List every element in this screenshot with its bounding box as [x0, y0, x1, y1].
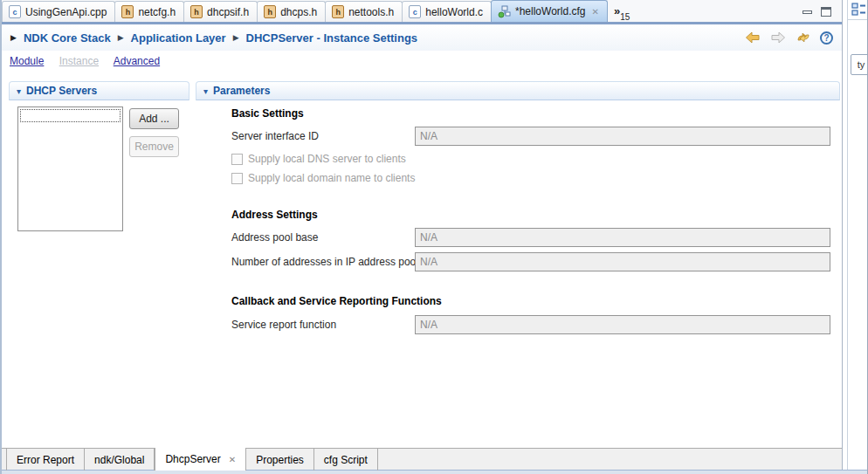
- right-panel-toolbar: [848, 0, 867, 20]
- bottom-tab-label: DhcpServer: [165, 453, 220, 465]
- close-icon[interactable]: ✕: [592, 7, 599, 17]
- maximize-icon[interactable]: [821, 7, 831, 17]
- editor-window-buttons: [803, 7, 842, 22]
- parameters-title: Parameters: [213, 85, 270, 97]
- nav-link-module[interactable]: Module: [10, 55, 44, 67]
- supply-dns-checkbox-row: Supply local DNS server to clients: [231, 152, 406, 166]
- editor-tab-label: nettools.h: [348, 6, 394, 18]
- editor-tab-dhcpsif[interactable]: h dhcpsif.h: [183, 1, 258, 22]
- c-file-icon: c: [409, 5, 421, 18]
- breadcrumb-arrow-icon: ▶: [10, 33, 17, 42]
- back-arrow-icon[interactable]: [744, 30, 761, 45]
- bottom-tab-label: ndk/Global: [94, 454, 144, 466]
- form-body: ▾ DHCP Servers Add ... Remove ▾ Paramete…: [2, 73, 842, 448]
- add-button[interactable]: Add ...: [129, 108, 179, 129]
- address-pool-base-input: [415, 228, 830, 247]
- bottom-tab-cfg-script[interactable]: cfg Script: [314, 449, 378, 471]
- bottom-tab-label: cfg Script: [324, 454, 368, 466]
- address-settings-heading: Address Settings: [231, 209, 318, 221]
- dhcp-servers-section-header[interactable]: ▾ DHCP Servers: [9, 81, 189, 100]
- dhcp-servers-section: ▾ DHCP Servers Add ... Remove: [9, 81, 189, 343]
- listbox-focus-row[interactable]: [20, 109, 121, 122]
- parameters-section-header[interactable]: ▾ Parameters: [196, 81, 840, 100]
- tab-overflow-count: 15: [620, 12, 630, 22]
- editor-tab-label: *helloWorld.cfg: [515, 5, 585, 17]
- address-pool-count-label: Number of addresses in IP address pool: [231, 256, 418, 268]
- breadcrumb-arrow-icon: ▶: [233, 33, 239, 42]
- outline-view-icon[interactable]: [851, 3, 866, 17]
- address-pool-count-input: [415, 252, 830, 271]
- supply-domain-label: Supply local domain name to clients: [248, 172, 415, 184]
- nav-link-instance: Instance: [59, 55, 99, 67]
- h-file-icon: h: [264, 5, 276, 18]
- close-icon[interactable]: ✕: [229, 455, 236, 464]
- ide-window: c UsingGenApi.cpp h netcfg.h h dhcpsif.h…: [0, 0, 868, 474]
- breadcrumb: ▶ NDK Core Stack ▶ Application Layer ▶ D…: [2, 24, 842, 51]
- remove-button: Remove: [129, 136, 179, 157]
- parameters-section: ▾ Parameters Basic Settings Server inter…: [196, 81, 840, 439]
- editor-tab-usinggenapi[interactable]: c UsingGenApi.cpp: [2, 1, 115, 22]
- address-pool-base-label: Address pool base: [231, 231, 318, 244]
- h-file-icon: h: [190, 5, 203, 18]
- dhcp-servers-listbox[interactable]: [17, 106, 123, 231]
- editor-tab-netcfg[interactable]: h netcfg.h: [114, 1, 184, 22]
- editor-tab-helloworld-cfg[interactable]: *helloWorld.cfg ✕: [491, 0, 608, 22]
- editor-tab-label: UsingGenApi.cpp: [25, 6, 107, 18]
- supply-domain-checkbox: [231, 173, 243, 184]
- server-interface-id-label: Server interface ID: [231, 130, 319, 142]
- service-report-function-label: Service report function: [231, 319, 336, 331]
- editor-tab-helloworld-c[interactable]: c helloWorld.c: [402, 1, 492, 22]
- cfg-file-icon: [498, 5, 511, 18]
- refresh-sync-icon[interactable]: [795, 30, 812, 45]
- supply-domain-checkbox-row: Supply local domain name to clients: [231, 171, 415, 185]
- bottom-tab-ndk-global[interactable]: ndk/Global: [85, 449, 155, 471]
- breadcrumb-arrow-icon: ▶: [118, 33, 124, 42]
- callback-heading: Callback and Service Reporting Functions: [231, 295, 442, 307]
- editor-tab-label: helloWorld.c: [425, 6, 483, 18]
- nav-link-advanced[interactable]: Advanced: [114, 55, 160, 67]
- settings-nav-links: Module Instance Advanced: [2, 51, 842, 73]
- help-icon[interactable]: ?: [820, 31, 833, 45]
- vertical-splitter[interactable]: [842, 0, 848, 470]
- breadcrumb-item-ndk-core-stack[interactable]: NDK Core Stack: [24, 31, 111, 45]
- server-interface-id-input: [415, 127, 830, 146]
- bottom-tab-dhcpserver[interactable]: DhcpServer ✕: [155, 448, 246, 471]
- editor-tab-label: dhcpsif.h: [207, 6, 249, 18]
- c-file-icon: c: [9, 5, 21, 18]
- minimize-icon[interactable]: [803, 10, 812, 14]
- collapse-triangle-icon: ▾: [17, 86, 21, 96]
- dhcp-servers-title: DHCP Servers: [26, 85, 97, 97]
- bottom-tab-properties[interactable]: Properties: [246, 449, 314, 471]
- editor-tab-bar: c UsingGenApi.cpp h netcfg.h h dhcpsif.h…: [2, 0, 842, 22]
- breadcrumb-item-application-layer[interactable]: Application Layer: [131, 31, 226, 45]
- supply-dns-label: Supply local DNS server to clients: [248, 153, 406, 165]
- editor-tab-label: netcfg.h: [138, 6, 176, 18]
- service-report-function-input: [415, 315, 830, 334]
- right-panel-cut-button[interactable]: ty: [851, 54, 868, 75]
- tab-overflow-button[interactable]: » 15: [607, 5, 633, 22]
- bottom-tab-label: Properties: [256, 454, 304, 466]
- bottom-tab-bar: Error Report ndk/Global DhcpServer ✕ Pro…: [2, 448, 842, 470]
- forward-arrow-icon[interactable]: [769, 30, 787, 45]
- h-file-icon: h: [121, 5, 134, 18]
- editor-tab-label: dhcps.h: [280, 6, 317, 18]
- editor-tab-dhcps[interactable]: h dhcps.h: [257, 1, 326, 22]
- basic-settings-heading: Basic Settings: [231, 107, 304, 120]
- supply-dns-checkbox: [231, 154, 243, 165]
- right-side-panel: ty: [848, 0, 867, 470]
- editor-tab-nettools[interactable]: h nettools.h: [325, 1, 403, 22]
- bottom-tab-label: Error Report: [17, 454, 74, 466]
- top-row: c UsingGenApi.cpp h netcfg.h h dhcpsif.h…: [2, 0, 867, 470]
- editor-pane: c UsingGenApi.cpp h netcfg.h h dhcpsif.h…: [2, 0, 842, 470]
- h-file-icon: h: [332, 5, 344, 18]
- bottom-tab-error-report[interactable]: Error Report: [6, 449, 85, 471]
- collapse-triangle-icon: ▾: [203, 86, 208, 96]
- breadcrumb-toolbar: ?: [744, 30, 833, 45]
- breadcrumb-item-dhcpserver-settings[interactable]: DHCPServer - Instance Settings: [246, 31, 418, 45]
- tab-overflow-icon: »: [614, 7, 620, 16]
